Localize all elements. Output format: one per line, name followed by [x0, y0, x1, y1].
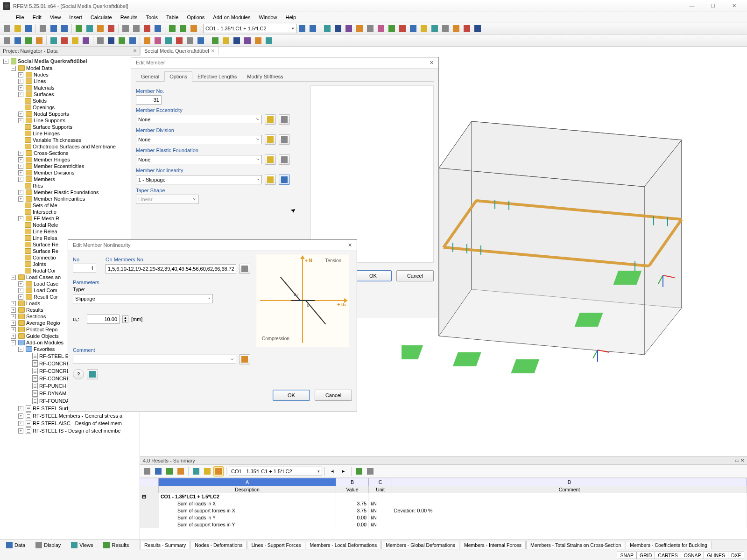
menu-table[interactable]: Table	[162, 14, 182, 21]
menu-view[interactable]: View	[46, 14, 65, 21]
sb-results[interactable]: Results	[100, 540, 132, 550]
dlg2-units-button[interactable]	[87, 369, 98, 379]
tree-item[interactable]: +Cross-Sections	[17, 150, 139, 156]
rt-prev[interactable]: ◂	[327, 466, 338, 476]
rt-calc[interactable]	[365, 466, 375, 476]
t2-h[interactable]	[81, 35, 91, 46]
tool-g[interactable]	[142, 23, 152, 34]
t2-j[interactable]	[106, 35, 116, 46]
menu-calculate[interactable]: Calculate	[87, 14, 116, 21]
tool-m3[interactable]	[344, 23, 354, 34]
div-select[interactable]: None	[136, 135, 262, 144]
dlg2-no-input[interactable]	[73, 264, 96, 273]
ecc-select[interactable]: None	[136, 115, 262, 124]
spin-up[interactable]: ▲	[123, 316, 128, 319]
tab-general[interactable]: General	[136, 71, 164, 82]
tool-h[interactable]	[153, 23, 163, 34]
t2-i[interactable]	[95, 35, 106, 46]
tab-options[interactable]: Options	[164, 71, 192, 82]
nav-close-icon[interactable]: ✕	[133, 48, 137, 54]
member-no-input[interactable]	[136, 95, 162, 105]
tool-k[interactable]	[189, 23, 199, 34]
snap-toggle[interactable]: OSNAP	[681, 552, 705, 559]
t2-g[interactable]	[70, 35, 80, 46]
doc-tab-close-icon[interactable]: ✕	[211, 49, 215, 53]
tree-item[interactable]: +Member Eccentricities	[17, 163, 139, 169]
tree-item[interactable]: +Members	[17, 176, 139, 182]
tree-item[interactable]: Solids	[17, 98, 139, 104]
dlg2-ok-button[interactable]: OK	[273, 390, 310, 401]
dlg2-comment-lib-button[interactable]	[239, 354, 250, 364]
results-tab[interactable]: Results - Summary	[140, 541, 190, 549]
tree-model-data[interactable]: −Model Data	[9, 65, 139, 71]
tool-m7[interactable]	[387, 23, 397, 34]
menu-help[interactable]: Help	[282, 14, 300, 21]
tree-item[interactable]: +Materials	[17, 84, 139, 91]
tree-item[interactable]: +FE Mesh R	[17, 215, 139, 222]
tool-m11[interactable]	[430, 23, 440, 34]
snap-toggle[interactable]: DXF	[728, 552, 744, 559]
tool-m1[interactable]	[322, 23, 332, 34]
t2-o[interactable]	[163, 35, 174, 46]
tool-f[interactable]	[131, 23, 141, 34]
loadcase-combo[interactable]: CO1 - 1.35*LC1 + 1.5*LC2	[203, 24, 296, 33]
tree-steel-item[interactable]: +RF-STEEL Members - General stress a	[17, 412, 139, 420]
tree-item[interactable]: +Nodal Supports	[17, 111, 139, 117]
tree-item[interactable]: +Member Divisions	[17, 169, 139, 176]
dlg2-pick-button[interactable]	[239, 264, 250, 274]
tree-item[interactable]: +Lines	[17, 78, 139, 84]
div-new-button[interactable]	[265, 134, 276, 145]
nonlin-select[interactable]: 1 - Slippage	[136, 175, 262, 184]
tool-m5[interactable]	[365, 23, 375, 34]
snap-toggle[interactable]: SNAP	[617, 552, 637, 559]
ecc-edit-button[interactable]	[279, 114, 290, 125]
rt-1[interactable]	[142, 466, 152, 476]
menu-edit[interactable]: Edit	[29, 14, 45, 21]
minimize-button[interactable]: —	[682, 1, 702, 11]
t2-f[interactable]	[59, 35, 70, 46]
menu-tools[interactable]: Tools	[142, 14, 162, 21]
tool-redo[interactable]	[59, 23, 70, 34]
tool-print[interactable]	[38, 23, 48, 34]
sb-views[interactable]: Views	[68, 540, 96, 550]
tree-item[interactable]: Nodal Rele	[17, 222, 139, 228]
rt-5[interactable]	[191, 466, 201, 476]
snap-toggle[interactable]: CARTES	[655, 552, 681, 559]
t2-v[interactable]	[242, 35, 253, 46]
tool-open[interactable]	[13, 23, 23, 34]
tree-item[interactable]: +Member Hinges	[17, 156, 139, 163]
tree-item[interactable]: Openings	[17, 104, 139, 111]
nonlin-edit-button[interactable]	[279, 175, 290, 185]
tree-item[interactable]: +Line Supports	[17, 117, 139, 124]
document-tab[interactable]: Social Media Querkraftdübel✕	[140, 47, 219, 55]
dlg2-help-button[interactable]: ?	[73, 369, 84, 379]
t2-t[interactable]	[221, 35, 231, 46]
results-grid[interactable]: A B C D Description Value Unit Comment ⊟…	[140, 478, 747, 539]
t2-q[interactable]	[185, 35, 195, 46]
tree-item[interactable]: Line Hinges	[17, 130, 139, 137]
tool-b[interactable]	[85, 23, 95, 34]
tree-item[interactable]: Line Relea	[17, 228, 139, 235]
results-tab[interactable]: Nodes - Deformations	[190, 541, 247, 549]
menu-results[interactable]: Results	[117, 14, 141, 21]
tool-j[interactable]	[178, 23, 188, 34]
tool-e[interactable]	[120, 23, 131, 34]
dlg2-close-icon[interactable]: ✕	[348, 242, 352, 248]
tree-item[interactable]: Intersectio	[17, 209, 139, 215]
tree-item[interactable]: Orthotropic Surfaces and Membrane	[17, 143, 139, 150]
found-new-button[interactable]	[265, 154, 276, 165]
tree-item[interactable]: +Member Nonlinearities	[17, 196, 139, 202]
menu-window[interactable]: Window	[255, 14, 281, 21]
t2-m[interactable]	[142, 35, 152, 46]
dlg2-type-select[interactable]: Slippage	[73, 294, 213, 303]
sb-display[interactable]: Display	[32, 540, 64, 550]
rt-2[interactable]	[153, 466, 163, 476]
results-tab[interactable]: Members - Internal Forces	[460, 541, 526, 549]
tool-a[interactable]	[74, 23, 84, 34]
tree-steel-item[interactable]: +RF-STEEL IS - Design of steel membe	[17, 427, 139, 434]
menu-insert[interactable]: Insert	[65, 14, 86, 21]
tree-item[interactable]: +Member Elastic Foundations	[17, 189, 139, 196]
tool-m12[interactable]	[440, 23, 451, 34]
dlg1-ok-button[interactable]: OK	[354, 270, 392, 281]
t2-b[interactable]	[13, 35, 23, 46]
